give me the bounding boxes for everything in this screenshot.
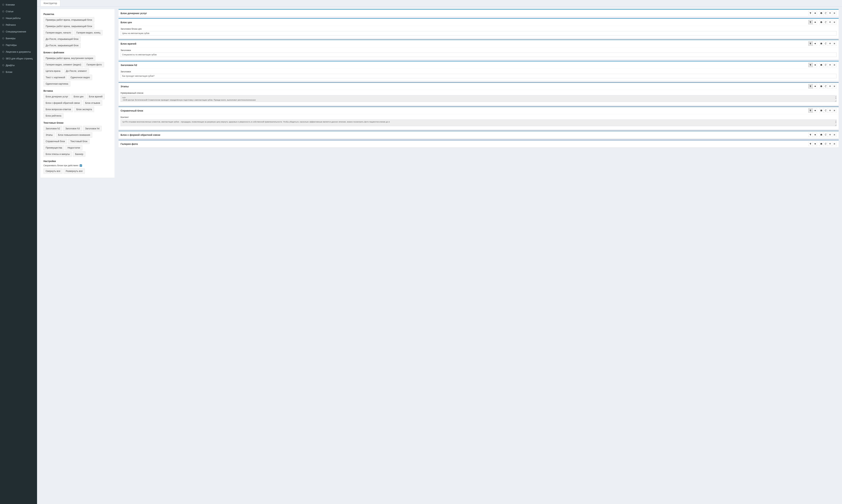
toggle-content-icon[interactable]	[808, 63, 813, 67]
close-icon[interactable]	[832, 142, 837, 146]
save-icon[interactable]	[819, 20, 824, 24]
save-icon[interactable]	[819, 63, 824, 67]
sidebar-item-8[interactable]: SEO для общих страниц	[0, 55, 37, 62]
palette-button[interactable]: Недостатки	[65, 145, 82, 150]
palette-button[interactable]: Блок вопросов-ответов	[44, 107, 73, 112]
sidebar-item-0[interactable]: Клиники	[0, 1, 37, 8]
move-icon[interactable]	[828, 63, 832, 67]
settings-icon[interactable]	[813, 63, 817, 67]
refresh-icon[interactable]	[824, 142, 828, 146]
field-input[interactable]	[121, 31, 837, 36]
toggle-content-icon[interactable]	[808, 108, 813, 113]
palette-button[interactable]: До-После, элемент	[64, 68, 89, 74]
settings-icon[interactable]	[813, 132, 817, 137]
save-icon[interactable]	[819, 132, 824, 137]
toggle-content-icon[interactable]	[808, 11, 813, 15]
move-icon[interactable]	[828, 41, 832, 46]
tab-constructor[interactable]: Конструктор	[40, 0, 60, 6]
move-icon[interactable]	[828, 11, 832, 15]
palette-button[interactable]: Справочный блок	[44, 139, 67, 144]
palette-button[interactable]: До-После, закрывающий блок	[44, 43, 81, 48]
palette-button[interactable]: Блок повышенного внимания	[56, 132, 92, 138]
palette-button[interactable]: Заголовок h3	[63, 126, 82, 131]
collapse-all-button[interactable]: Свернуть все	[44, 168, 63, 174]
close-icon[interactable]	[832, 84, 837, 89]
close-icon[interactable]	[832, 63, 837, 67]
save-icon[interactable]	[819, 84, 824, 89]
settings-icon[interactable]	[813, 142, 817, 146]
palette-button[interactable]: Текст с картинкой	[44, 75, 67, 80]
palette-button[interactable]: Блок рейтинга	[44, 113, 64, 119]
sidebar-item-2[interactable]: Наши работы	[0, 15, 37, 21]
settings-icon[interactable]	[813, 108, 817, 113]
toggle-content-icon[interactable]	[808, 41, 813, 46]
sidebar-item-1[interactable]: Статьи	[0, 8, 37, 15]
toggle-content-icon[interactable]	[808, 20, 813, 24]
sidebar-item-5[interactable]: Баннеры	[0, 35, 37, 42]
palette-button[interactable]: Одиночная картинка	[44, 81, 70, 87]
move-icon[interactable]	[828, 132, 832, 137]
palette-button[interactable]: Баннер	[73, 151, 85, 157]
sidebar-item-9[interactable]: Драфты	[0, 62, 37, 69]
field-input[interactable]	[121, 53, 837, 57]
palette-button[interactable]: Блок врачей	[87, 94, 105, 99]
palette-button[interactable]: До-После, открывающий блок	[44, 36, 81, 42]
palette-button[interactable]: Блок плюсы и минусы	[44, 151, 72, 157]
palette-button[interactable]: Одиночное видео	[68, 75, 92, 80]
field-input[interactable]	[121, 74, 837, 78]
settings-icon[interactable]	[813, 84, 817, 89]
settings-icon[interactable]	[813, 41, 817, 46]
refresh-icon[interactable]	[824, 20, 828, 24]
refresh-icon[interactable]	[824, 108, 828, 113]
toggle-content-icon[interactable]	[808, 142, 813, 146]
settings-icon[interactable]	[813, 20, 817, 24]
save-icon[interactable]	[819, 11, 824, 15]
close-icon[interactable]	[832, 11, 837, 15]
palette-button[interactable]: Заголовок h4	[83, 126, 102, 131]
close-icon[interactable]	[832, 41, 837, 46]
refresh-icon[interactable]	[824, 84, 828, 89]
palette-button[interactable]: Преимущества	[44, 145, 64, 150]
settings-icon[interactable]	[813, 11, 817, 15]
palette-button[interactable]: Галерея видео, начало	[44, 30, 73, 35]
move-icon[interactable]	[828, 142, 832, 146]
move-icon[interactable]	[828, 20, 832, 24]
refresh-icon[interactable]	[824, 11, 828, 15]
palette-button[interactable]: Галерея фото	[84, 62, 104, 67]
toggle-content-icon[interactable]	[808, 132, 813, 137]
save-icon[interactable]	[819, 41, 824, 46]
refresh-icon[interactable]	[824, 63, 828, 67]
toggle-content-icon[interactable]	[808, 84, 813, 89]
palette-button[interactable]: Блок дочерних услуг	[44, 94, 70, 99]
palette-button[interactable]: Галерея видео, элемент (видео)	[44, 62, 83, 67]
palette-button[interactable]: Примеры работ врача, открывающий блок	[44, 17, 94, 22]
sidebar-item-3[interactable]: Рейтинги	[0, 21, 37, 28]
palette-button[interactable]: Цитата врача	[44, 68, 63, 74]
field-textarea[interactable]: <p>По отзывам многочисленных клиентов, и…	[121, 120, 837, 126]
expand-all-button[interactable]: Развернуть все	[64, 168, 85, 174]
palette-button[interactable]: Блок отзывов	[83, 100, 102, 106]
palette-button[interactable]: Заголовок h2	[44, 126, 62, 131]
close-icon[interactable]	[832, 20, 837, 24]
refresh-icon[interactable]	[824, 41, 828, 46]
sidebar-item-7[interactable]: Лицензии и документы	[0, 49, 37, 55]
palette-button[interactable]: Блок эксперта	[74, 107, 94, 112]
sidebar-item-6[interactable]: Партнёры	[0, 42, 37, 49]
palette-button[interactable]: Галерея видео, конец	[74, 30, 103, 35]
field-textarea[interactable]: <ol> <li>В Центре Эстетической Стоматоло…	[121, 95, 837, 102]
palette-button[interactable]: Блок с формой обратной связи	[44, 100, 82, 106]
palette-button[interactable]: Примеры работ врача, внутренняя галерея	[44, 55, 95, 61]
save-icon[interactable]	[819, 108, 824, 113]
palette-button[interactable]: Блок цен	[71, 94, 86, 99]
palette-button[interactable]: Примеры работ врача, закрывающий блок	[44, 23, 94, 29]
sidebar-item-10[interactable]: Блоки	[0, 69, 37, 75]
refresh-icon[interactable]	[824, 132, 828, 137]
palette-button[interactable]: Текстовый блок	[68, 139, 90, 144]
move-icon[interactable]	[828, 84, 832, 89]
close-icon[interactable]	[832, 108, 837, 113]
move-icon[interactable]	[828, 108, 832, 113]
collapse-checkbox[interactable]	[80, 164, 82, 167]
save-icon[interactable]	[819, 142, 824, 146]
close-icon[interactable]	[832, 132, 837, 137]
sidebar-item-4[interactable]: Спецпредложения	[0, 28, 37, 35]
